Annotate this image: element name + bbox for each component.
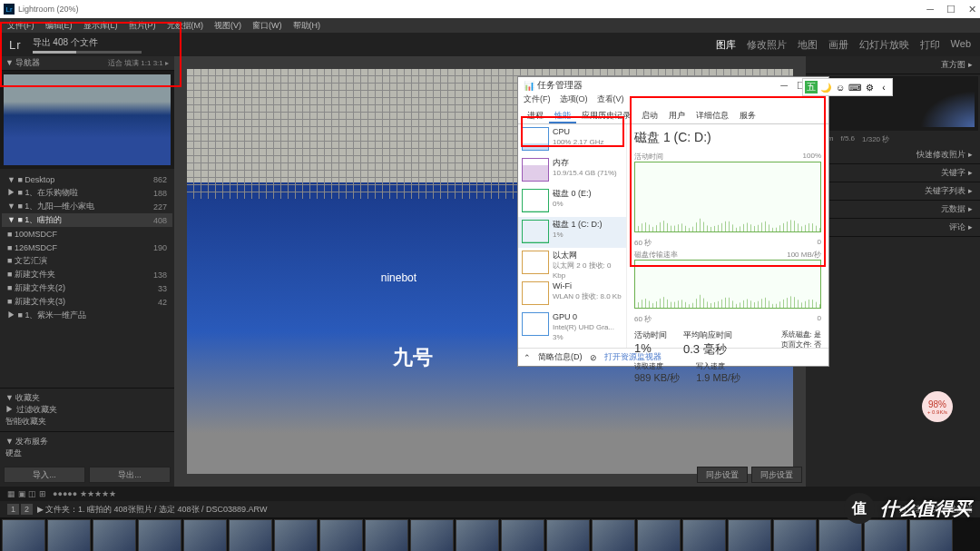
module-web[interactable]: Web <box>951 38 971 52</box>
module-develop[interactable]: 修改照片 <box>747 38 787 52</box>
collections-section[interactable]: ▼ 收藏夹 ▶ 过滤收藏夹 智能收藏夹 <box>0 388 174 431</box>
module-library[interactable]: 图库 <box>716 38 736 52</box>
menu-help[interactable]: 帮助(H) <box>293 20 321 32</box>
tm-item-ethernet[interactable]: 以太网以太网 2 0 接收: 0 Kbp <box>518 248 626 279</box>
folder-item[interactable]: ■ 100MSDCF <box>2 227 172 241</box>
filmstrip-thumb[interactable] <box>864 519 907 551</box>
metadata-section[interactable]: 元数据 ▸ <box>806 201 980 219</box>
filmstrip-thumb[interactable] <box>637 519 681 551</box>
sync-settings-button[interactable]: 同步设置 <box>697 467 748 483</box>
filmstrip-thumb[interactable] <box>728 519 771 551</box>
tm-tab-performance[interactable]: 性能 <box>549 108 576 123</box>
filmstrip-thumb[interactable] <box>93 519 136 551</box>
folder-item[interactable]: ▼ ■ 1、九阳—维小家电227 <box>2 200 172 213</box>
tm-collapse-icon[interactable]: ⌃ <box>524 353 531 362</box>
folder-item[interactable]: ▶ ■ 1、在乐购物啦188 <box>2 186 172 200</box>
menu-file[interactable]: 文件(F) <box>7 20 34 32</box>
tm-menu-options[interactable]: 选项(O) <box>560 93 588 108</box>
tm-item-cpu[interactable]: CPU100% 2.17 GHz <box>518 124 626 155</box>
tm-item-gpu[interactable]: GPU 0Intel(R) UHD Gra... 3% <box>518 310 626 340</box>
tm-item-wifi[interactable]: Wi-FiWLAN 0 接收: 8.0 Kb <box>518 279 626 310</box>
tm-tab-users[interactable]: 用户 <box>663 108 691 123</box>
sync-settings-button-2[interactable]: 同步设置 <box>751 467 802 483</box>
ime-moon-icon[interactable]: 🌙 <box>819 81 832 93</box>
menu-library[interactable]: 显示库(L) <box>83 20 118 32</box>
tm-tab-services[interactable]: 服务 <box>734 108 761 123</box>
ime-collapse-icon[interactable]: ‹ <box>877 81 890 93</box>
filmstrip-thumb[interactable] <box>410 519 454 551</box>
filmstrip-thumb[interactable] <box>501 519 544 551</box>
filmstrip-thumb[interactable] <box>319 519 363 551</box>
ime-emoji-icon[interactable]: ☺ <box>834 81 847 93</box>
page-1[interactable]: 1 <box>7 504 19 515</box>
ime-keyboard-icon[interactable]: ⌨ <box>848 81 861 93</box>
folder-item[interactable]: ■ 新建文件夹(2)33 <box>2 281 172 295</box>
export-button[interactable]: 导出... <box>89 467 171 483</box>
keyword-list-section[interactable]: 关键字列表 ▸ <box>806 182 980 201</box>
page-2[interactable]: 2 <box>21 504 33 515</box>
comments-section[interactable]: 评论 ▸ <box>806 219 980 237</box>
folder-item[interactable]: ■ 文艺汇演 <box>2 254 172 268</box>
filmstrip-thumb[interactable] <box>818 519 862 551</box>
filmstrip-thumb[interactable] <box>274 519 318 551</box>
compare-view-icon[interactable]: ◫ <box>28 489 36 498</box>
survey-view-icon[interactable]: ⊞ <box>39 489 46 498</box>
filmstrip-thumb[interactable] <box>2 519 45 551</box>
menu-window[interactable]: 窗口(W) <box>252 20 282 32</box>
filmstrip-thumb[interactable] <box>546 519 590 551</box>
loupe-view-icon[interactable]: ▣ <box>18 489 26 498</box>
histogram-header[interactable]: 直方图 ▸ <box>806 56 980 74</box>
quick-develop-section[interactable]: 快速修改照片 ▸ <box>806 146 980 164</box>
module-book[interactable]: 画册 <box>828 38 848 52</box>
module-map[interactable]: 地图 <box>798 38 818 52</box>
folder-item[interactable]: ▶ ■ 1、紫米一维产品 <box>2 309 172 322</box>
filmstrip-thumb[interactable] <box>47 519 91 551</box>
tm-menu-file[interactable]: 文件(F) <box>524 93 551 108</box>
filmstrip-thumb[interactable] <box>365 519 408 551</box>
ime-settings-icon[interactable]: ⚙ <box>863 81 876 93</box>
module-slideshow[interactable]: 幻灯片放映 <box>859 38 909 52</box>
maximize-button[interactable]: ☐ <box>946 4 956 15</box>
performance-badge[interactable]: 98% + 0.9K/s <box>922 391 953 422</box>
menu-photo[interactable]: 照片(P) <box>129 20 156 32</box>
menu-edit[interactable]: 编辑(E) <box>45 20 73 32</box>
close-button[interactable]: ✕ <box>968 4 976 15</box>
grid-view-icon[interactable]: ▦ <box>7 489 15 498</box>
folder-item[interactable]: ■ 新建文件夹138 <box>2 268 172 281</box>
tm-tab-details[interactable]: 详细信息 <box>691 108 734 123</box>
tm-tab-startup[interactable]: 启动 <box>636 108 663 123</box>
tm-item-disk1[interactable]: 磁盘 1 (C: D:)1% <box>518 217 626 248</box>
tm-tab-history[interactable]: 应用历史记录 <box>576 108 636 123</box>
ime-floating-toolbar[interactable]: 五 🌙 ☺ ⌨ ⚙ ‹ <box>802 78 893 96</box>
menu-view[interactable]: 视图(V) <box>214 20 241 32</box>
tm-tab-processes[interactable]: 进程 <box>522 108 549 123</box>
folder-item-selected[interactable]: ▼ ■ 1、瞎拍的408 <box>2 213 172 227</box>
filmstrip-thumb[interactable] <box>183 519 227 551</box>
import-button[interactable]: 导入... <box>4 467 85 483</box>
folder-item[interactable]: ■ 126MSDCF190 <box>2 241 172 254</box>
tm-menu-view[interactable]: 查看(V) <box>597 93 624 108</box>
taskmgr-titlebar[interactable]: 📊 任务管理器 ─☐✕ <box>518 77 828 93</box>
navigator-header[interactable]: ▼ 导航器 适合 填满 1:1 3:1 ▸ <box>0 56 174 71</box>
filmstrip-thumb[interactable] <box>592 519 635 551</box>
folder-item[interactable]: ■ 新建文件夹(3)42 <box>2 295 172 309</box>
filmstrip-thumb[interactable] <box>229 519 272 551</box>
tm-item-disk0[interactable]: 磁盘 0 (E:)0% <box>518 186 626 217</box>
filmstrip-thumb[interactable] <box>456 519 499 551</box>
filmstrip-thumb[interactable] <box>682 519 726 551</box>
menu-metadata[interactable]: 元数据(M) <box>167 20 204 32</box>
filmstrip-thumb[interactable] <box>909 519 953 551</box>
ime-mode-icon[interactable]: 五 <box>805 81 818 93</box>
filmstrip-thumb[interactable] <box>138 519 181 551</box>
navigator-zoom-opts[interactable]: 适合 填满 1:1 3:1 ▸ <box>108 58 169 68</box>
navigator-preview[interactable] <box>0 71 174 169</box>
keywording-section[interactable]: 关键字 ▸ <box>806 164 980 182</box>
module-print[interactable]: 打印 <box>920 38 940 52</box>
folder-desktop[interactable]: ▼ ■ Desktop862 <box>2 172 172 186</box>
minimize-button[interactable]: ─ <box>926 4 934 15</box>
tm-minimize-icon[interactable]: ─ <box>780 80 788 92</box>
filmstrip[interactable] <box>0 517 980 551</box>
publish-section[interactable]: ▼ 发布服务 硬盘 <box>0 431 174 463</box>
tm-fewer-details[interactable]: 简略信息(D) <box>538 351 583 363</box>
tm-item-memory[interactable]: 内存10.9/15.4 GB (71%) <box>518 155 626 186</box>
